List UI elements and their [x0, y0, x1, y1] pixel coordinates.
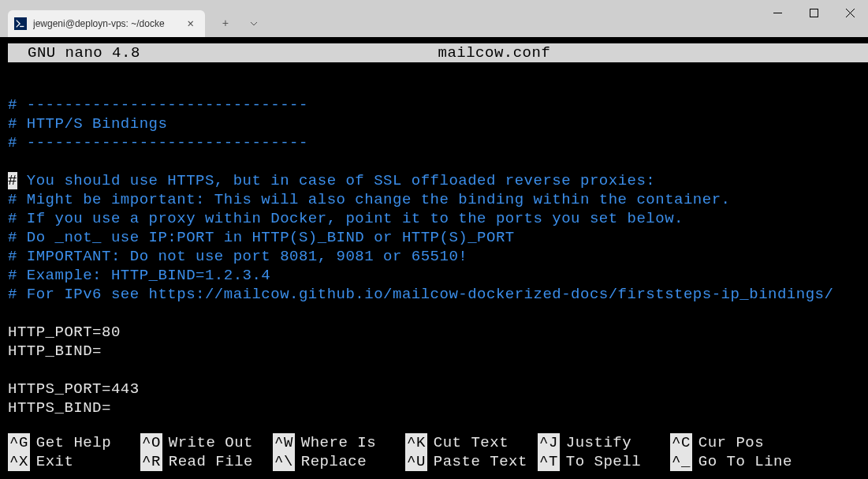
shortcut-label: Cur Pos — [698, 433, 764, 452]
editor-line — [8, 361, 868, 380]
nano-app-name: GNU nano 4.8 — [28, 43, 140, 62]
shortcut-label: Exit — [36, 452, 74, 471]
shortcut-item: ^UPaste Text — [405, 452, 538, 471]
tab-title: jewgeni@deployn-vps: ~/docke — [33, 18, 165, 29]
editor-line: # Do _not_ use IP:PORT in HTTP(S)_BIND o… — [8, 228, 868, 247]
active-tab[interactable]: jewgeni@deployn-vps: ~/docke ✕ — [8, 10, 205, 37]
shortcut-label: Write Out — [169, 433, 253, 452]
shortcut-label: Replace — [301, 452, 367, 471]
shortcut-label: Cut Text — [434, 433, 509, 452]
tab-close-button[interactable]: ✕ — [183, 15, 199, 32]
editor-line — [8, 152, 868, 171]
minimize-button[interactable] — [759, 0, 795, 25]
shortcut-label: Get Help — [36, 433, 111, 452]
new-tab-button[interactable]: + — [211, 11, 240, 36]
shortcut-item: ^KCut Text — [405, 433, 538, 452]
editor-line: HTTPS_PORT=443 — [8, 380, 868, 399]
shortcut-label: Justify — [566, 433, 631, 452]
window-titlebar: jewgeni@deployn-vps: ~/docke ✕ + — [0, 0, 868, 37]
shortcut-item: ^TTo Spell — [538, 452, 670, 471]
nano-shortcuts: ^GGet Help^OWrite Out^WWhere Is^KCut Tex… — [8, 433, 860, 471]
shortcut-label: Paste Text — [434, 452, 527, 471]
editor-line: # You should use HTTPS, but in case of S… — [8, 171, 868, 190]
shortcut-item: ^\Replace — [273, 452, 405, 471]
editor-line: # Might be important: This will also cha… — [8, 190, 868, 209]
shortcut-key: ^J — [538, 433, 560, 452]
editor-content[interactable]: # ------------------------------# HTTP/S… — [8, 62, 868, 417]
tab-dropdown-button[interactable] — [240, 11, 268, 36]
maximize-button[interactable] — [795, 0, 832, 25]
editor-line: HTTP_PORT=80 — [8, 323, 868, 342]
shortcut-key: ^C — [670, 433, 692, 452]
editor-line: HTTPS_BIND= — [8, 399, 868, 417]
shortcut-label: To Spell — [566, 452, 641, 471]
nano-filename: mailcow.conf — [438, 43, 551, 62]
editor-line: # HTTP/S Bindings — [8, 114, 868, 133]
shortcut-key: ^X — [8, 452, 30, 471]
shortcut-label: Where Is — [301, 433, 376, 452]
editor-line: # Example: HTTP_BIND=1.2.3.4 — [8, 266, 868, 285]
shortcuts-row-2: ^XExit^RRead File^\Replace^UPaste Text^T… — [8, 452, 860, 471]
powershell-icon — [14, 17, 27, 30]
editor-line: # For IPv6 see https://mailcow.github.io… — [8, 285, 868, 304]
shortcut-item: ^CCur Pos — [670, 433, 803, 452]
editor-line: # If you use a proxy within Docker, poin… — [8, 209, 868, 228]
shortcuts-row-1: ^GGet Help^OWrite Out^WWhere Is^KCut Tex… — [8, 433, 860, 452]
text-cursor: # — [8, 172, 17, 189]
shortcut-key: ^R — [140, 452, 162, 471]
shortcut-key: ^W — [273, 433, 295, 452]
editor-line — [8, 77, 868, 95]
shortcut-label: Go To Line — [698, 452, 792, 471]
shortcut-item: ^WWhere Is — [273, 433, 405, 452]
terminal-area[interactable]: GNU nano 4.8 mailcow.conf # ------------… — [0, 37, 868, 417]
shortcut-item: ^GGet Help — [8, 433, 140, 452]
nano-header: GNU nano 4.8 mailcow.conf — [8, 43, 868, 62]
shortcut-key: ^O — [140, 433, 162, 452]
shortcut-label: Read File — [169, 452, 253, 471]
shortcut-key: ^T — [538, 452, 560, 471]
shortcut-item: ^RRead File — [140, 452, 273, 471]
editor-line: HTTP_BIND= — [8, 342, 868, 361]
shortcut-item: ^_Go To Line — [670, 452, 803, 471]
shortcut-item: ^OWrite Out — [140, 433, 273, 452]
shortcut-key: ^G — [8, 433, 30, 452]
editor-line: # ------------------------------ — [8, 95, 868, 114]
shortcut-key: ^_ — [670, 452, 692, 471]
close-button[interactable] — [832, 0, 868, 25]
editor-line: # IMPORTANT: Do not use port 8081, 9081 … — [8, 247, 868, 266]
editor-line: # ------------------------------ — [8, 133, 868, 152]
svg-rect-1 — [810, 9, 818, 17]
tab-actions: + — [211, 11, 268, 36]
shortcut-key: ^\ — [273, 452, 295, 471]
window-controls — [759, 0, 868, 25]
editor-line — [8, 304, 868, 323]
shortcut-item: ^XExit — [8, 452, 140, 471]
shortcut-item: ^JJustify — [538, 433, 670, 452]
shortcut-key: ^K — [405, 433, 427, 452]
shortcut-key: ^U — [405, 452, 427, 471]
